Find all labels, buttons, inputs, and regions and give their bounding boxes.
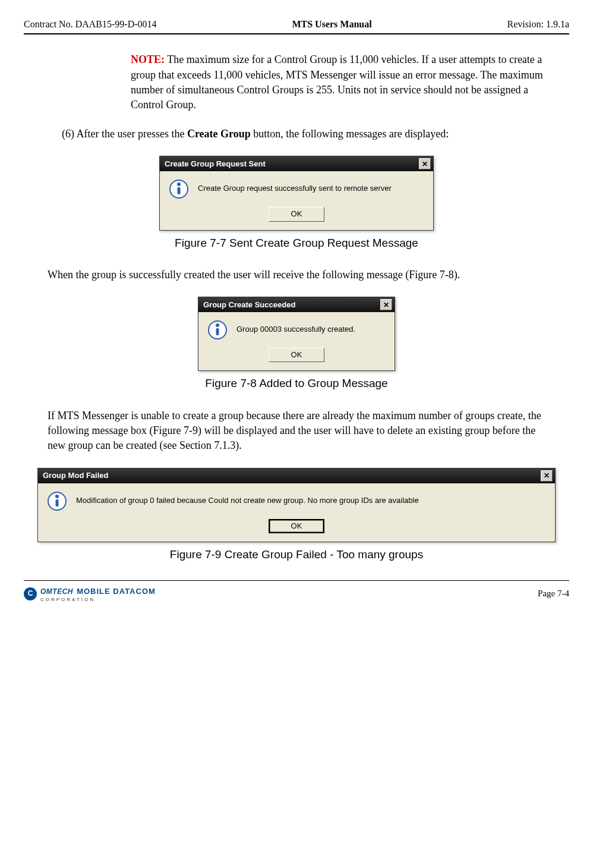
footer-divider — [24, 580, 569, 581]
ok-button[interactable]: OK — [269, 207, 324, 221]
note-paragraph: NOTE: The maximum size for a Control Gro… — [131, 52, 545, 112]
svg-point-5 — [216, 323, 219, 327]
step-6-pre: After the user presses the — [74, 128, 187, 140]
figure-caption-7-9: Figure 7-9 Create Group Failed - Too man… — [24, 547, 569, 563]
note-text: The maximum size for a Control Group is … — [131, 54, 543, 111]
ok-button[interactable]: OK — [269, 519, 324, 533]
step-6-post: button, the following messages are displ… — [251, 128, 449, 140]
logo-brand2: MOBILE DATACOM — [77, 587, 156, 596]
logo-icon: C — [24, 587, 37, 600]
svg-point-2 — [177, 183, 181, 186]
dialog-mod-failed: Group Mod Failed ✕ Modification of group… — [37, 468, 556, 542]
paragraph-fail-intro: If MTS Messenger is unable to create a g… — [48, 408, 545, 454]
info-icon — [169, 180, 188, 199]
dialog-title: Create Group Request Sent — [165, 159, 266, 169]
dialog-message: Group 00003 successfully created. — [236, 320, 355, 335]
footer-logo: C OMTECH MOBILE DATACOM CORPORATION — [24, 584, 156, 602]
figure-caption-7-7: Figure 7-7 Sent Create Group Request Mes… — [24, 235, 569, 251]
svg-point-8 — [55, 495, 59, 498]
page-number: Page 7-4 — [538, 587, 569, 600]
close-icon[interactable]: ✕ — [541, 470, 553, 482]
dialog-message: Create Group request successfully sent t… — [198, 180, 392, 194]
svg-rect-4 — [216, 328, 219, 335]
note-label: NOTE: — [131, 54, 165, 65]
step-6-bold: Create Group — [187, 128, 251, 140]
dialog-titlebar: Group Create Succeeded ✕ — [198, 297, 395, 312]
page-footer: C OMTECH MOBILE DATACOM CORPORATION Page… — [24, 584, 569, 602]
header-left: Contract No. DAAB15-99-D-0014 — [24, 18, 157, 31]
logo-brand: OMTECH — [40, 587, 73, 596]
page-header: Contract No. DAAB15-99-D-0014 MTS Users … — [24, 18, 569, 31]
dialog-message: Modification of group 0 failed because C… — [76, 492, 419, 506]
dialog-title: Group Create Succeeded — [203, 300, 295, 310]
paragraph-success-intro: When the group is successfully created t… — [48, 268, 545, 282]
svg-rect-7 — [56, 499, 59, 507]
dialog-title: Group Mod Failed — [43, 470, 109, 481]
step-6-number: (6) — [62, 128, 74, 140]
header-right: Revision: 1.9.1a — [507, 18, 569, 31]
header-center: MTS Users Manual — [292, 18, 371, 31]
info-icon — [208, 320, 227, 339]
ok-button[interactable]: OK — [269, 348, 324, 362]
logo-sub: CORPORATION — [40, 596, 156, 603]
info-icon — [48, 492, 67, 511]
figure-caption-7-8: Figure 7-8 Added to Group Message — [24, 376, 569, 392]
dialog-create-succeeded: Group Create Succeeded ✕ Group 00003 suc… — [198, 297, 395, 371]
header-divider — [24, 33, 569, 34]
close-icon[interactable]: ✕ — [380, 299, 392, 310]
dialog-request-sent: Create Group Request Sent ✕ Create Group… — [159, 156, 434, 230]
svg-rect-1 — [178, 187, 181, 194]
dialog-titlebar: Group Mod Failed ✕ — [38, 468, 555, 483]
close-icon[interactable]: ✕ — [419, 158, 431, 169]
step-6-paragraph: (6) After the user presses the Create Gr… — [83, 127, 545, 141]
dialog-titlebar: Create Group Request Sent ✕ — [160, 156, 433, 171]
